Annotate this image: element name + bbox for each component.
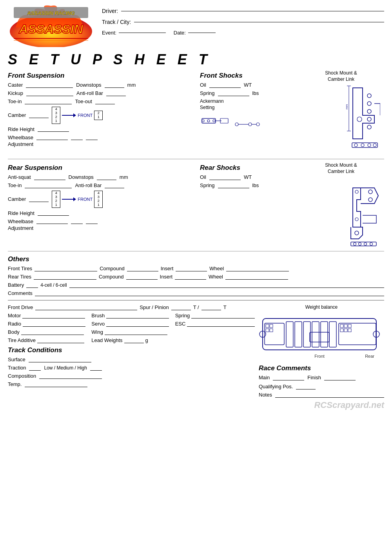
- rear-suspension: Rear Suspension Anti-squat Downstops mm …: [8, 162, 196, 248]
- others-section: Others Front Tires Compound Insert Wheel…: [8, 255, 384, 296]
- insert-value2[interactable]: [175, 274, 206, 280]
- track-label: Track / City:: [102, 19, 131, 25]
- spur-value[interactable]: [171, 305, 191, 310]
- main-finish-row: Main Finish Qualifying Pos.: [259, 375, 384, 389]
- rear-antiroll-value[interactable]: [105, 183, 124, 188]
- pinion-value[interactable]: [201, 305, 221, 310]
- svg-point-12: [235, 123, 238, 126]
- rear-wb-extra1[interactable]: [71, 218, 83, 224]
- svg-point-7: [202, 120, 204, 122]
- battery-label: Battery: [8, 282, 24, 288]
- motor-value[interactable]: [22, 313, 85, 318]
- svg-point-9: [213, 120, 215, 122]
- toeout-value[interactable]: [95, 99, 115, 104]
- downstops-value[interactable]: [105, 82, 124, 88]
- antiroll-value[interactable]: [106, 91, 126, 96]
- rear-tires-value[interactable]: [34, 274, 96, 280]
- rear-suspension-title: Rear Suspension: [8, 164, 196, 172]
- temp-label: Temp.: [8, 381, 22, 387]
- rear-oil-value[interactable]: [209, 175, 241, 180]
- front-spring-label: Spring: [200, 90, 215, 96]
- svg-rect-57: [348, 324, 351, 328]
- downstops-label: Downstops: [76, 82, 101, 88]
- spur-pinion-label: Spur / Pinion: [140, 304, 169, 310]
- wheel-value2[interactable]: [225, 274, 288, 280]
- wheelbase-extra1[interactable]: [71, 135, 83, 140]
- motor-label: Motor: [8, 313, 21, 318]
- battery-options: 4-cell / 6-cell: [40, 282, 67, 288]
- finish-value[interactable]: [324, 375, 356, 380]
- notes-value[interactable]: [275, 392, 384, 398]
- surface-label: Surface: [8, 357, 25, 362]
- svg-rect-60: [348, 329, 351, 332]
- weight-balance-label: Weight balance: [259, 304, 384, 310]
- front-suspension: Front Suspension Caster Downstops mm Kic…: [8, 70, 196, 156]
- lead-weights-value[interactable]: [124, 338, 144, 343]
- svg-point-29: [361, 144, 364, 147]
- esc-value[interactable]: [187, 321, 255, 327]
- finish-label: Finish: [307, 375, 321, 380]
- svg-text:mm: mm: [345, 104, 348, 110]
- traction-line2[interactable]: [90, 365, 102, 371]
- wheelbase-extra2[interactable]: [86, 135, 98, 140]
- front-shocks: Front Shocks Oil WT Spring lbs Ackermann…: [196, 70, 298, 156]
- main-value[interactable]: [273, 375, 304, 380]
- composition-value[interactable]: [39, 373, 102, 379]
- rear-wb-extra2[interactable]: [86, 218, 98, 224]
- page-title: S E T U P S H E E T: [8, 51, 384, 68]
- rear-downstops-value[interactable]: [97, 175, 116, 180]
- weight-balance-svg: Front Rear: [259, 311, 380, 362]
- caster-value[interactable]: [26, 82, 73, 88]
- rear-spring-value[interactable]: [218, 183, 249, 188]
- rear-front-arrow: FRONT: [62, 197, 93, 202]
- front-oil-value[interactable]: [209, 82, 241, 88]
- toein-value[interactable]: [25, 99, 72, 104]
- t2-label: T: [223, 304, 227, 310]
- rear-wheelbase-value[interactable]: [36, 218, 68, 224]
- svg-rect-43: [286, 322, 293, 347]
- camber-value[interactable]: [29, 113, 49, 118]
- comments-value[interactable]: [35, 291, 384, 296]
- front-drive-value[interactable]: [35, 305, 137, 310]
- rear-toein-value[interactable]: [25, 183, 72, 188]
- rear-camber-box-right: 4321: [94, 191, 103, 208]
- svg-point-25: [367, 125, 371, 129]
- spring-value2[interactable]: [191, 313, 255, 318]
- kickup-value[interactable]: [26, 91, 73, 96]
- ride-height-value[interactable]: [38, 126, 69, 132]
- tire-additive-value[interactable]: [37, 338, 84, 343]
- rear-ride-height-value[interactable]: [38, 210, 69, 216]
- wing-value[interactable]: [105, 329, 167, 335]
- temp-value[interactable]: [25, 382, 87, 387]
- wheel-value1[interactable]: [226, 266, 289, 271]
- radio-row: Radio Servo ESC: [8, 321, 255, 327]
- servo-value[interactable]: [106, 321, 169, 327]
- battery-value[interactable]: [26, 282, 38, 288]
- rear-tires-row: Rear Tires Compound Insert Wheel: [8, 274, 384, 280]
- surface-value[interactable]: [29, 357, 91, 362]
- rear-shocks: Rear Shocks Oil WT Spring lbs: [196, 162, 298, 248]
- rear-shock-mount-label: Shock Mount &: [325, 162, 357, 168]
- others-title: Others: [8, 255, 384, 263]
- brush-value[interactable]: [106, 313, 169, 318]
- lead-weights-label: Lead Weights: [91, 337, 122, 343]
- qualifying-value[interactable]: [296, 384, 316, 389]
- svg-rect-58: [340, 329, 343, 332]
- wheelbase-value[interactable]: [36, 135, 68, 140]
- race-comments-title: Race Comments: [259, 364, 384, 372]
- battery-line[interactable]: [69, 282, 384, 288]
- compound-value1[interactable]: [127, 266, 158, 271]
- rear-camber-value[interactable]: [29, 197, 49, 202]
- body-value[interactable]: [21, 329, 84, 335]
- front-tires-value[interactable]: [34, 266, 97, 271]
- radio-label: Radio: [8, 321, 21, 327]
- front-spring-value[interactable]: [218, 91, 249, 96]
- radio-value[interactable]: [23, 321, 85, 327]
- spring-label2: Spring: [175, 313, 190, 318]
- svg-rect-49: [265, 323, 284, 345]
- insert-value1[interactable]: [176, 266, 207, 271]
- traction-value[interactable]: [29, 365, 41, 371]
- antisquat-value[interactable]: [34, 175, 65, 180]
- event-line: [119, 33, 166, 33]
- compound-value2[interactable]: [126, 274, 158, 280]
